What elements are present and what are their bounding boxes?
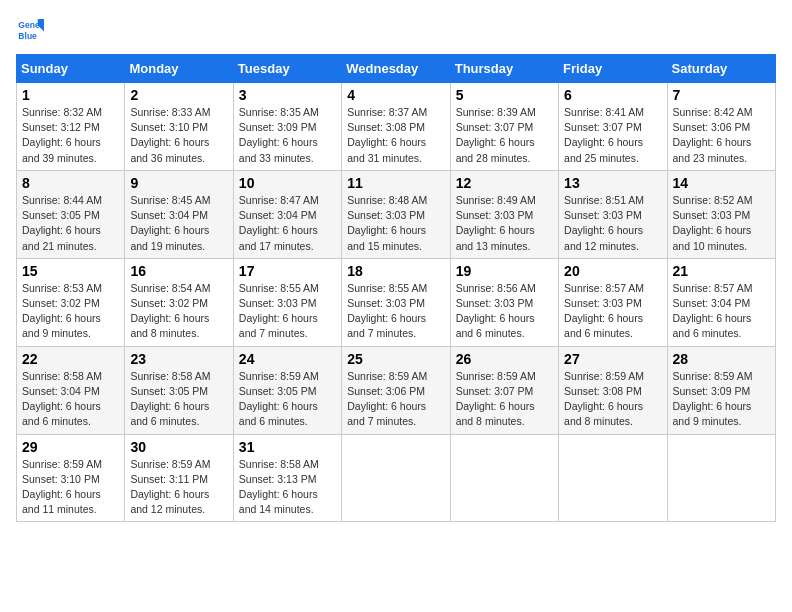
calendar-cell: 27 Sunrise: 8:59 AMSunset: 3:08 PMDaylig… bbox=[559, 346, 667, 434]
calendar-cell: 16 Sunrise: 8:54 AMSunset: 3:02 PMDaylig… bbox=[125, 258, 233, 346]
day-info: Sunrise: 8:59 AMSunset: 3:09 PMDaylight:… bbox=[673, 370, 753, 428]
day-info: Sunrise: 8:45 AMSunset: 3:04 PMDaylight:… bbox=[130, 194, 210, 252]
col-header-tuesday: Tuesday bbox=[233, 55, 341, 83]
day-number: 19 bbox=[456, 263, 553, 279]
day-info: Sunrise: 8:59 AMSunset: 3:08 PMDaylight:… bbox=[564, 370, 644, 428]
calendar-cell: 28 Sunrise: 8:59 AMSunset: 3:09 PMDaylig… bbox=[667, 346, 775, 434]
day-info: Sunrise: 8:41 AMSunset: 3:07 PMDaylight:… bbox=[564, 106, 644, 164]
day-info: Sunrise: 8:37 AMSunset: 3:08 PMDaylight:… bbox=[347, 106, 427, 164]
calendar-cell: 4 Sunrise: 8:37 AMSunset: 3:08 PMDayligh… bbox=[342, 83, 450, 171]
day-info: Sunrise: 8:56 AMSunset: 3:03 PMDaylight:… bbox=[456, 282, 536, 340]
day-number: 17 bbox=[239, 263, 336, 279]
col-header-saturday: Saturday bbox=[667, 55, 775, 83]
calendar-cell: 29 Sunrise: 8:59 AMSunset: 3:10 PMDaylig… bbox=[17, 434, 125, 522]
day-info: Sunrise: 8:32 AMSunset: 3:12 PMDaylight:… bbox=[22, 106, 102, 164]
day-number: 22 bbox=[22, 351, 119, 367]
day-info: Sunrise: 8:44 AMSunset: 3:05 PMDaylight:… bbox=[22, 194, 102, 252]
calendar-cell: 17 Sunrise: 8:55 AMSunset: 3:03 PMDaylig… bbox=[233, 258, 341, 346]
calendar-cell bbox=[559, 434, 667, 522]
calendar-cell: 9 Sunrise: 8:45 AMSunset: 3:04 PMDayligh… bbox=[125, 170, 233, 258]
day-info: Sunrise: 8:35 AMSunset: 3:09 PMDaylight:… bbox=[239, 106, 319, 164]
day-info: Sunrise: 8:58 AMSunset: 3:05 PMDaylight:… bbox=[130, 370, 210, 428]
day-number: 12 bbox=[456, 175, 553, 191]
day-info: Sunrise: 8:55 AMSunset: 3:03 PMDaylight:… bbox=[347, 282, 427, 340]
day-info: Sunrise: 8:57 AMSunset: 3:04 PMDaylight:… bbox=[673, 282, 753, 340]
day-number: 14 bbox=[673, 175, 770, 191]
calendar-cell: 22 Sunrise: 8:58 AMSunset: 3:04 PMDaylig… bbox=[17, 346, 125, 434]
day-number: 8 bbox=[22, 175, 119, 191]
day-info: Sunrise: 8:59 AMSunset: 3:11 PMDaylight:… bbox=[130, 458, 210, 516]
day-info: Sunrise: 8:58 AMSunset: 3:04 PMDaylight:… bbox=[22, 370, 102, 428]
logo: General Blue bbox=[16, 16, 48, 44]
day-info: Sunrise: 8:59 AMSunset: 3:07 PMDaylight:… bbox=[456, 370, 536, 428]
day-number: 2 bbox=[130, 87, 227, 103]
calendar-cell: 1 Sunrise: 8:32 AMSunset: 3:12 PMDayligh… bbox=[17, 83, 125, 171]
day-number: 5 bbox=[456, 87, 553, 103]
day-info: Sunrise: 8:52 AMSunset: 3:03 PMDaylight:… bbox=[673, 194, 753, 252]
calendar-cell: 30 Sunrise: 8:59 AMSunset: 3:11 PMDaylig… bbox=[125, 434, 233, 522]
day-number: 15 bbox=[22, 263, 119, 279]
day-number: 9 bbox=[130, 175, 227, 191]
col-header-friday: Friday bbox=[559, 55, 667, 83]
calendar-cell: 7 Sunrise: 8:42 AMSunset: 3:06 PMDayligh… bbox=[667, 83, 775, 171]
day-info: Sunrise: 8:48 AMSunset: 3:03 PMDaylight:… bbox=[347, 194, 427, 252]
calendar-cell: 8 Sunrise: 8:44 AMSunset: 3:05 PMDayligh… bbox=[17, 170, 125, 258]
day-number: 26 bbox=[456, 351, 553, 367]
calendar-cell bbox=[342, 434, 450, 522]
day-info: Sunrise: 8:59 AMSunset: 3:05 PMDaylight:… bbox=[239, 370, 319, 428]
calendar-cell: 19 Sunrise: 8:56 AMSunset: 3:03 PMDaylig… bbox=[450, 258, 558, 346]
calendar-cell: 11 Sunrise: 8:48 AMSunset: 3:03 PMDaylig… bbox=[342, 170, 450, 258]
calendar-table: SundayMondayTuesdayWednesdayThursdayFrid… bbox=[16, 54, 776, 522]
calendar-cell: 3 Sunrise: 8:35 AMSunset: 3:09 PMDayligh… bbox=[233, 83, 341, 171]
day-number: 21 bbox=[673, 263, 770, 279]
calendar-cell bbox=[450, 434, 558, 522]
day-info: Sunrise: 8:53 AMSunset: 3:02 PMDaylight:… bbox=[22, 282, 102, 340]
day-number: 20 bbox=[564, 263, 661, 279]
day-number: 4 bbox=[347, 87, 444, 103]
day-number: 13 bbox=[564, 175, 661, 191]
day-number: 28 bbox=[673, 351, 770, 367]
calendar-cell: 26 Sunrise: 8:59 AMSunset: 3:07 PMDaylig… bbox=[450, 346, 558, 434]
calendar-cell: 24 Sunrise: 8:59 AMSunset: 3:05 PMDaylig… bbox=[233, 346, 341, 434]
calendar-cell: 6 Sunrise: 8:41 AMSunset: 3:07 PMDayligh… bbox=[559, 83, 667, 171]
day-info: Sunrise: 8:33 AMSunset: 3:10 PMDaylight:… bbox=[130, 106, 210, 164]
day-number: 11 bbox=[347, 175, 444, 191]
col-header-thursday: Thursday bbox=[450, 55, 558, 83]
col-header-monday: Monday bbox=[125, 55, 233, 83]
day-info: Sunrise: 8:51 AMSunset: 3:03 PMDaylight:… bbox=[564, 194, 644, 252]
day-number: 1 bbox=[22, 87, 119, 103]
day-number: 24 bbox=[239, 351, 336, 367]
day-number: 31 bbox=[239, 439, 336, 455]
col-header-sunday: Sunday bbox=[17, 55, 125, 83]
calendar-cell bbox=[667, 434, 775, 522]
day-number: 23 bbox=[130, 351, 227, 367]
calendar-cell: 5 Sunrise: 8:39 AMSunset: 3:07 PMDayligh… bbox=[450, 83, 558, 171]
day-info: Sunrise: 8:57 AMSunset: 3:03 PMDaylight:… bbox=[564, 282, 644, 340]
calendar-cell: 15 Sunrise: 8:53 AMSunset: 3:02 PMDaylig… bbox=[17, 258, 125, 346]
logo-icon: General Blue bbox=[16, 16, 44, 44]
calendar-cell: 2 Sunrise: 8:33 AMSunset: 3:10 PMDayligh… bbox=[125, 83, 233, 171]
calendar-cell: 20 Sunrise: 8:57 AMSunset: 3:03 PMDaylig… bbox=[559, 258, 667, 346]
calendar-cell: 23 Sunrise: 8:58 AMSunset: 3:05 PMDaylig… bbox=[125, 346, 233, 434]
day-info: Sunrise: 8:55 AMSunset: 3:03 PMDaylight:… bbox=[239, 282, 319, 340]
day-info: Sunrise: 8:59 AMSunset: 3:06 PMDaylight:… bbox=[347, 370, 427, 428]
day-info: Sunrise: 8:49 AMSunset: 3:03 PMDaylight:… bbox=[456, 194, 536, 252]
day-number: 29 bbox=[22, 439, 119, 455]
day-number: 3 bbox=[239, 87, 336, 103]
day-info: Sunrise: 8:39 AMSunset: 3:07 PMDaylight:… bbox=[456, 106, 536, 164]
day-number: 16 bbox=[130, 263, 227, 279]
calendar-cell: 31 Sunrise: 8:58 AMSunset: 3:13 PMDaylig… bbox=[233, 434, 341, 522]
calendar-cell: 14 Sunrise: 8:52 AMSunset: 3:03 PMDaylig… bbox=[667, 170, 775, 258]
day-info: Sunrise: 8:58 AMSunset: 3:13 PMDaylight:… bbox=[239, 458, 319, 516]
day-number: 25 bbox=[347, 351, 444, 367]
calendar-cell: 21 Sunrise: 8:57 AMSunset: 3:04 PMDaylig… bbox=[667, 258, 775, 346]
day-info: Sunrise: 8:59 AMSunset: 3:10 PMDaylight:… bbox=[22, 458, 102, 516]
calendar-cell: 25 Sunrise: 8:59 AMSunset: 3:06 PMDaylig… bbox=[342, 346, 450, 434]
page-header: General Blue bbox=[16, 16, 776, 44]
calendar-cell: 10 Sunrise: 8:47 AMSunset: 3:04 PMDaylig… bbox=[233, 170, 341, 258]
col-header-wednesday: Wednesday bbox=[342, 55, 450, 83]
calendar-cell: 12 Sunrise: 8:49 AMSunset: 3:03 PMDaylig… bbox=[450, 170, 558, 258]
day-info: Sunrise: 8:54 AMSunset: 3:02 PMDaylight:… bbox=[130, 282, 210, 340]
day-number: 27 bbox=[564, 351, 661, 367]
day-number: 18 bbox=[347, 263, 444, 279]
